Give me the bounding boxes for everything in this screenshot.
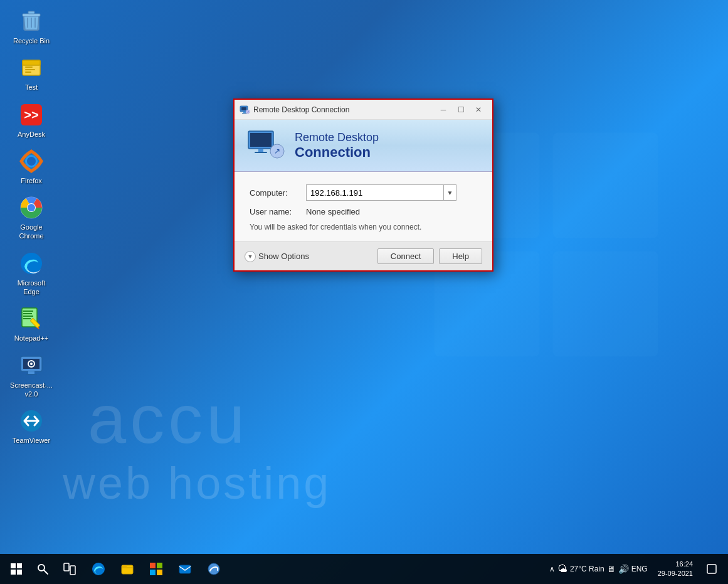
svg-rect-61 [122, 565, 127, 568]
svg-line-56 [44, 570, 48, 574]
rdp-header: ↗ Remote Desktop Connection [235, 120, 492, 172]
taskbar-network-icon[interactable]: 🖥 [607, 564, 616, 574]
svg-rect-62 [150, 563, 156, 568]
svg-rect-29 [23, 318, 31, 319]
rdp-show-options[interactable]: ▼ Show Options [245, 251, 309, 262]
screencast-icon [19, 353, 44, 378]
svg-rect-35 [26, 374, 37, 375]
test-label: Test [25, 83, 38, 92]
desktop-icon-recycle-bin[interactable]: Recycle Bin [6, 6, 56, 48]
edge-label: Microsoft Edge [9, 279, 54, 297]
svg-rect-58 [70, 566, 75, 575]
taskbar-system-tray: ∧ 🌤 27°C Rain 🖥 🔊 ENG [544, 563, 653, 575]
chrome-icon [19, 195, 44, 220]
taskbar-start-button[interactable] [3, 555, 30, 583]
desktop-icon-notepadpp[interactable]: Notepad++ [6, 304, 56, 345]
taskbar-mail-item[interactable] [171, 555, 199, 583]
taskbar-volume-icon[interactable]: 🔊 [618, 564, 629, 574]
svg-point-37 [30, 363, 33, 365]
svg-point-23 [28, 204, 35, 211]
rdp-minimize-btn[interactable]: ─ [435, 102, 452, 117]
anydesk-icon: >> [19, 102, 44, 127]
anydesk-label: AnyDesk [18, 130, 45, 139]
taskbar-time[interactable]: 16:24 29-09-2021 [653, 560, 698, 579]
svg-rect-34 [28, 371, 34, 374]
rdp-computer-input-wrapper[interactable]: ▼ [306, 184, 456, 201]
taskbar-search-button[interactable] [31, 558, 54, 580]
rdp-title-line2: Connection [295, 144, 379, 161]
rdp-titlebar-icon: ↗ [240, 105, 250, 115]
explorer-taskbar-icon [120, 562, 134, 576]
svg-rect-63 [157, 563, 162, 568]
desktop-icon-screencast[interactable]: Screencast-... v2.0 [6, 351, 56, 401]
svg-rect-46 [250, 133, 272, 147]
svg-rect-48 [255, 152, 267, 153]
desktop-icon-edge[interactable]: Microsoft Edge [6, 248, 56, 299]
edge-icon [19, 251, 44, 276]
taskbar-edge-item[interactable] [85, 555, 112, 583]
desktop-icon-anydesk[interactable]: >> AnyDesk [6, 100, 56, 141]
rdp-maximize-btn[interactable]: ☐ [452, 102, 470, 117]
chrome-label: Google Chrome [9, 223, 54, 241]
rdp-titlebar-title: Remote Desktop Connection [253, 105, 435, 114]
rdp-username-label: User name: [250, 207, 306, 216]
taskbar-notification-btn[interactable] [698, 555, 725, 583]
svg-rect-40 [241, 107, 246, 110]
svg-point-19 [27, 157, 36, 166]
rdp-header-icon: ↗ [247, 130, 285, 161]
taskbar-extra-item[interactable] [200, 555, 228, 583]
rdp-titlebar-buttons: ─ ☐ ✕ [435, 102, 487, 117]
firefox-label: Firefox [21, 176, 42, 185]
svg-rect-54 [17, 570, 22, 575]
desktop-icon-test[interactable]: Test [6, 53, 56, 94]
rdp-show-options-label: Show Options [258, 252, 309, 261]
svg-rect-1 [553, 133, 658, 238]
screencast-label: Screencast-... v2.0 [10, 381, 53, 399]
svg-rect-28 [23, 316, 33, 317]
svg-rect-66 [179, 565, 191, 573]
taskbar-weather-text: 27°C Rain [570, 565, 604, 573]
svg-point-24 [21, 253, 42, 274]
svg-rect-65 [157, 570, 162, 575]
rdp-header-title: Remote Desktop Connection [295, 131, 379, 161]
rdp-dialog: ↗ Remote Desktop Connection ─ ☐ ✕ [233, 98, 493, 272]
taskbar-language: ENG [631, 565, 648, 573]
recycle-bin-label: Recycle Bin [13, 36, 50, 45]
taskbar-task-view[interactable] [56, 555, 83, 583]
taskbar-weather-icon: 🌤 [557, 563, 567, 575]
svg-rect-13 [25, 69, 35, 70]
rdp-computer-dropdown[interactable]: ▼ [443, 185, 456, 200]
notepadpp-label: Notepad++ [14, 334, 48, 342]
rdp-close-btn[interactable]: ✕ [470, 102, 487, 117]
rdp-show-options-icon: ▼ [245, 251, 256, 262]
notification-icon [707, 564, 717, 574]
taskbar-store-item[interactable] [142, 555, 170, 583]
desktop-icon-teamviewer[interactable]: TeamViewer [6, 406, 56, 447]
svg-rect-64 [150, 570, 156, 575]
svg-rect-12 [25, 66, 33, 68]
rdp-body: Computer: ▼ User name: None specified Yo… [235, 172, 492, 242]
rdp-credentials-note: You will be asked for credentials when y… [250, 223, 477, 231]
teamviewer-label: TeamViewer [13, 436, 50, 445]
rdp-connect-button[interactable]: Connect [377, 248, 434, 264]
desktop-icon-firefox[interactable]: Firefox [6, 146, 56, 188]
rdp-help-button[interactable]: Help [439, 248, 482, 264]
svg-rect-27 [23, 313, 32, 314]
rdp-footer: ▼ Show Options Connect Help [235, 242, 492, 270]
svg-rect-11 [23, 60, 40, 65]
taskbar-hidden-icons-btn[interactable]: ∧ [549, 565, 555, 573]
extra-taskbar-icon [207, 562, 221, 576]
notepadpp-icon [19, 306, 44, 331]
firefox-icon [19, 149, 44, 174]
watermark-accu: accu [88, 379, 248, 459]
taskbar-explorer-item[interactable] [113, 555, 141, 583]
desktop-icons: Recycle Bin Test >> AnyDes [6, 6, 56, 448]
store-taskbar-icon [149, 562, 163, 576]
task-view-icon [63, 563, 76, 575]
rdp-computer-input[interactable] [307, 187, 443, 199]
svg-text:↗: ↗ [247, 110, 249, 114]
rdp-footer-buttons: Connect Help [377, 248, 482, 264]
watermark-webhosting: web hosting [63, 457, 331, 509]
rdp-username-value: None specified [306, 207, 360, 216]
desktop-icon-chrome[interactable]: Google Chrome [6, 193, 56, 243]
